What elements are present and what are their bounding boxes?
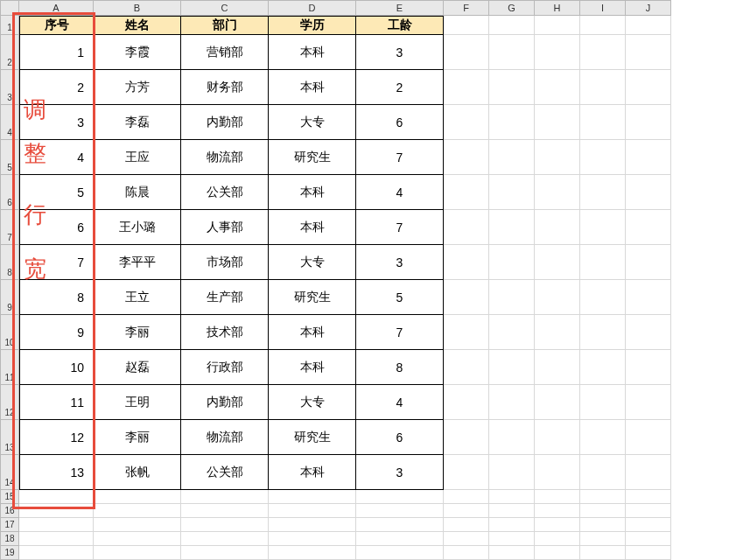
empty-cell[interactable] (181, 518, 269, 532)
empty-cell[interactable] (626, 280, 671, 315)
header-seq[interactable]: 序号 (19, 16, 94, 35)
col-header-J[interactable]: J (626, 0, 671, 16)
empty-cell[interactable] (181, 490, 269, 504)
row-header-12[interactable]: 12 (0, 385, 19, 420)
empty-cell[interactable] (580, 455, 626, 490)
cell-dept[interactable]: 人事部 (181, 210, 269, 245)
empty-cell[interactable] (626, 105, 671, 140)
empty-cell[interactable] (356, 504, 444, 518)
empty-cell[interactable] (535, 35, 580, 70)
empty-cell[interactable] (489, 245, 535, 280)
cell-name[interactable]: 王立 (94, 280, 181, 315)
cell-edu[interactable]: 大专 (269, 385, 356, 420)
empty-cell[interactable] (626, 350, 671, 385)
col-header-B[interactable]: B (94, 0, 181, 16)
cell-edu[interactable]: 研究生 (269, 420, 356, 455)
row-header-4[interactable]: 4 (0, 105, 19, 140)
empty-cell[interactable] (626, 315, 671, 350)
empty-cell[interactable] (489, 70, 535, 105)
cell-years[interactable]: 4 (356, 175, 444, 210)
empty-cell[interactable] (444, 532, 489, 546)
cell-years[interactable]: 6 (356, 105, 444, 140)
row-header-3[interactable]: 3 (0, 70, 19, 105)
empty-cell[interactable] (356, 490, 444, 504)
cell-name[interactable]: 李磊 (94, 105, 181, 140)
cell-name[interactable]: 赵磊 (94, 350, 181, 385)
row-header-15[interactable]: 15 (0, 490, 19, 504)
header-dept[interactable]: 部门 (181, 16, 269, 35)
cell-seq[interactable]: 4 (19, 140, 94, 175)
empty-cell[interactable] (580, 350, 626, 385)
cell-edu[interactable]: 大专 (269, 105, 356, 140)
row-header-17[interactable]: 17 (0, 518, 19, 532)
empty-cell[interactable] (626, 35, 671, 70)
empty-cell[interactable] (489, 490, 535, 504)
empty-cell[interactable] (626, 490, 671, 504)
empty-cell[interactable] (444, 245, 489, 280)
row-header-1[interactable]: 1 (0, 16, 19, 35)
empty-cell[interactable] (19, 504, 94, 518)
empty-cell[interactable] (489, 210, 535, 245)
cell-years[interactable]: 3 (356, 245, 444, 280)
cell-edu[interactable]: 本科 (269, 210, 356, 245)
empty-cell[interactable] (489, 350, 535, 385)
cell-name[interactable]: 李霞 (94, 35, 181, 70)
row-header-19[interactable]: 19 (0, 546, 19, 560)
empty-cell[interactable] (489, 385, 535, 420)
cell-dept[interactable]: 营销部 (181, 35, 269, 70)
empty-cell[interactable] (535, 518, 580, 532)
cell-seq[interactable]: 8 (19, 280, 94, 315)
empty-cell[interactable] (535, 490, 580, 504)
cell-seq[interactable]: 5 (19, 175, 94, 210)
empty-cell[interactable] (626, 420, 671, 455)
empty-cell[interactable] (626, 532, 671, 546)
cell-years[interactable]: 6 (356, 420, 444, 455)
empty-cell[interactable] (489, 35, 535, 70)
empty-cell[interactable] (626, 504, 671, 518)
cell-name[interactable]: 王明 (94, 385, 181, 420)
cell-years[interactable]: 7 (356, 210, 444, 245)
empty-cell[interactable] (535, 16, 580, 35)
cell-seq[interactable]: 7 (19, 245, 94, 280)
select-all-corner[interactable] (0, 0, 19, 16)
row-header-16[interactable]: 16 (0, 504, 19, 518)
empty-cell[interactable] (626, 245, 671, 280)
empty-cell[interactable] (580, 315, 626, 350)
empty-cell[interactable] (444, 518, 489, 532)
cell-dept[interactable]: 内勤部 (181, 385, 269, 420)
cell-name[interactable]: 李平平 (94, 245, 181, 280)
empty-cell[interactable] (580, 175, 626, 210)
empty-cell[interactable] (444, 280, 489, 315)
cell-dept[interactable]: 物流部 (181, 140, 269, 175)
empty-cell[interactable] (444, 315, 489, 350)
empty-cell[interactable] (444, 105, 489, 140)
empty-cell[interactable] (580, 140, 626, 175)
row-header-13[interactable]: 13 (0, 420, 19, 455)
cell-name[interactable]: 王小璐 (94, 210, 181, 245)
empty-cell[interactable] (444, 385, 489, 420)
empty-cell[interactable] (489, 518, 535, 532)
empty-cell[interactable] (19, 490, 94, 504)
cell-seq[interactable]: 13 (19, 455, 94, 490)
row-header-11[interactable]: 11 (0, 350, 19, 385)
empty-cell[interactable] (626, 175, 671, 210)
empty-cell[interactable] (626, 70, 671, 105)
empty-cell[interactable] (489, 504, 535, 518)
empty-cell[interactable] (535, 70, 580, 105)
empty-cell[interactable] (269, 518, 356, 532)
col-header-F[interactable]: F (444, 0, 489, 16)
empty-cell[interactable] (535, 105, 580, 140)
cell-edu[interactable]: 研究生 (269, 140, 356, 175)
cell-edu[interactable]: 本科 (269, 175, 356, 210)
cell-years[interactable]: 7 (356, 315, 444, 350)
empty-cell[interactable] (489, 140, 535, 175)
col-header-H[interactable]: H (535, 0, 580, 16)
cell-years[interactable]: 3 (356, 455, 444, 490)
empty-cell[interactable] (94, 490, 181, 504)
row-header-8[interactable]: 8 (0, 245, 19, 280)
row-header-14[interactable]: 14 (0, 455, 19, 490)
cell-name[interactable]: 张帆 (94, 455, 181, 490)
cell-dept[interactable]: 行政部 (181, 350, 269, 385)
header-edu[interactable]: 学历 (269, 16, 356, 35)
empty-cell[interactable] (356, 532, 444, 546)
